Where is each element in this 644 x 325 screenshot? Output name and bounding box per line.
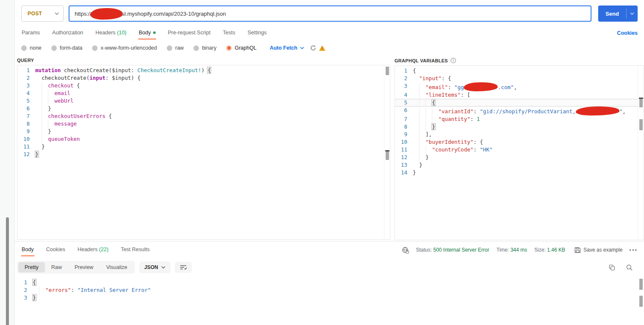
response-tab-headers[interactable]: Headers (22) <box>77 244 109 256</box>
body-type-binary[interactable]: binary <box>193 45 216 51</box>
send-dropdown-button[interactable] <box>627 6 638 22</box>
view-tab-preview[interactable]: Preview <box>68 262 100 272</box>
redaction-scribble <box>576 106 619 116</box>
response-view-tabs: Pretty Raw Preview Visualize <box>17 261 135 274</box>
time-group: Time: 344 ms <box>496 247 527 253</box>
response-section: Body Cookies Headers (22) Test Results S… <box>15 241 644 325</box>
radio-icon <box>21 45 27 51</box>
tab-tests[interactable]: Tests <box>222 27 235 39</box>
code-line: 4 "lineItems": [ <box>395 91 638 99</box>
code-line: 12} <box>17 151 384 158</box>
code-line: 8 message <box>17 120 384 128</box>
response-tab-cookies[interactable]: Cookies <box>46 244 66 256</box>
request-tabs: Params Authorization Headers (10) Body P… <box>15 26 644 39</box>
radio-icon <box>193 45 199 51</box>
line-number: 12 <box>395 154 413 161</box>
line-number: 7 <box>395 115 413 123</box>
body-type-graphql[interactable]: GraphQL <box>226 45 256 51</box>
refresh-schema-button[interactable] <box>308 43 318 53</box>
code-line: 2 "input": { <box>395 75 638 82</box>
line-number: 8 <box>17 120 35 128</box>
status-value: 500 Internal Server Error <box>433 247 489 253</box>
view-tab-pretty[interactable]: Pretty <box>18 262 45 272</box>
tab-body[interactable]: Body <box>138 27 156 39</box>
code-line: 7 checkoutUserErrors { <box>17 112 384 120</box>
format-select[interactable]: JSON <box>139 261 171 273</box>
response-body: 1{2 "errors": "Internal Server Error"3} <box>15 277 644 325</box>
body-type-form-data[interactable]: form-data <box>51 45 83 51</box>
url-suffix: sl.myshopify.com/api/2023-10/graphql.jso… <box>122 11 226 17</box>
scrollbar-mark <box>639 279 643 290</box>
warning-icon <box>319 45 325 51</box>
more-options-button[interactable]: ••• <box>629 247 638 253</box>
code-line: 5 { <box>395 99 638 106</box>
query-code[interactable]: 1mutation checkoutCreate($input: Checkou… <box>17 65 384 239</box>
chevron-down-icon <box>630 12 634 15</box>
line-number: 9 <box>17 128 35 135</box>
body-type-none[interactable]: none <box>21 45 42 51</box>
code-line: 12 } <box>395 154 638 161</box>
refresh-icon <box>310 45 316 51</box>
send-button[interactable]: Send <box>598 6 626 22</box>
wrap-lines-button[interactable] <box>175 262 192 273</box>
url-prefix: https:// <box>75 11 91 17</box>
scrollbar-mark <box>386 151 389 160</box>
variables-label: GRAPHQL VARIABLES <box>395 55 644 65</box>
line-number: 6 <box>17 105 35 112</box>
network-lock-icon[interactable] <box>402 247 409 254</box>
variables-code[interactable]: 1{2 "input": {3 "email": "gg.com",4 "lin… <box>395 66 638 240</box>
response-scrollbar[interactable] <box>638 277 644 325</box>
response-tab-test-results[interactable]: Test Results <box>120 244 150 256</box>
query-editor-scrollbar[interactable] <box>384 65 390 239</box>
tab-headers[interactable]: Headers (10) <box>95 27 127 39</box>
response-tab-body[interactable]: Body <box>21 244 34 256</box>
body-type-raw[interactable]: raw <box>167 45 184 51</box>
line-number: 2 <box>17 74 35 82</box>
url-input[interactable]: https://sl.myshopify.com/api/2023-10/gra… <box>69 6 591 22</box>
line-number: 1 <box>15 279 33 286</box>
radio-selected-icon <box>226 45 232 51</box>
tab-pre-request-script[interactable]: Pre-request Script <box>168 27 211 39</box>
line-number: 13 <box>395 161 413 169</box>
code-line: 9 ], <box>395 131 638 138</box>
auto-fetch-button[interactable]: Auto Fetch <box>270 45 304 51</box>
radio-icon <box>167 45 172 51</box>
wrap-lines-icon <box>180 265 187 270</box>
code-line: 5 webUrl <box>17 97 384 105</box>
code-line: 8 } <box>395 123 638 131</box>
cookies-link[interactable]: Cookies <box>617 30 638 36</box>
view-tab-visualize[interactable]: Visualize <box>100 262 134 272</box>
line-number: 6 <box>395 106 413 115</box>
tab-settings[interactable]: Settings <box>247 27 267 39</box>
tab-params[interactable]: Params <box>21 27 40 39</box>
schema-warning-button[interactable] <box>318 43 327 53</box>
body-type-urlencoded[interactable]: x-www-form-urlencoded <box>92 45 157 51</box>
query-editor[interactable]: 1mutation checkoutCreate($input: Checkou… <box>17 65 390 240</box>
main-panel: POST https://sl.myshopify.com/api/2023-1… <box>15 0 644 325</box>
save-icon <box>574 247 581 253</box>
line-number: 2 <box>395 75 413 82</box>
line-number: 2 <box>15 286 33 294</box>
method-select[interactable]: POST <box>21 6 64 22</box>
response-code[interactable]: 1{2 "errors": "Internal Server Error"3} <box>15 277 638 325</box>
code-line: 10 queueToken <box>17 135 384 143</box>
view-tab-raw[interactable]: Raw <box>45 262 68 272</box>
variables-section: GRAPHQL VARIABLES 1{2 "input": {3 "email… <box>395 55 644 240</box>
code-line: 10 "buyerIdentity": { <box>395 138 638 146</box>
variables-editor[interactable]: 1{2 "input": {3 "email": "gg.com",4 "lin… <box>395 65 644 240</box>
chevron-down-icon <box>161 266 165 269</box>
left-gutter <box>0 0 15 325</box>
search-icon[interactable] <box>626 264 633 271</box>
window-scrollbar[interactable] <box>6 217 9 325</box>
line-number: 4 <box>17 90 35 97</box>
line-number: 8 <box>395 123 413 131</box>
copy-icon[interactable] <box>609 264 615 271</box>
variables-editor-scrollbar[interactable] <box>638 66 644 240</box>
code-line: 3} <box>15 294 638 302</box>
code-line: 6 } <box>17 105 384 112</box>
code-line: 1mutation checkoutCreate($input: Checkou… <box>17 67 384 74</box>
tab-authorization[interactable]: Authorization <box>52 27 84 39</box>
info-icon[interactable] <box>451 58 456 63</box>
save-as-example-button[interactable]: Save as example <box>574 247 622 253</box>
body-type-row: none form-data x-www-form-urlencoded raw… <box>15 39 644 55</box>
